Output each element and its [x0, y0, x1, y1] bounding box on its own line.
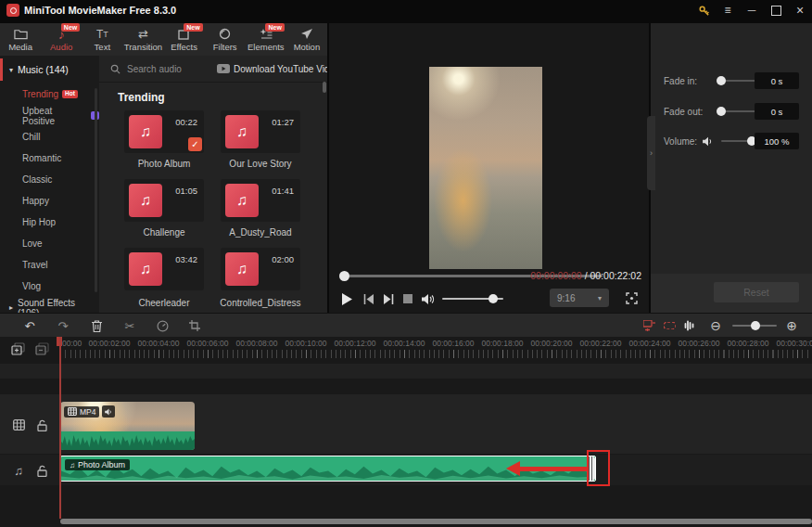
tab-text[interactable]: TT Text: [82, 23, 122, 56]
stop-button[interactable]: [400, 291, 415, 306]
tab-effects[interactable]: New Effects: [164, 23, 205, 56]
audio-new-badge: New: [61, 23, 80, 32]
audio-track-icon: ♫: [11, 463, 26, 478]
zoom-out-button[interactable]: ⊖: [706, 316, 725, 335]
split-scissors-button[interactable]: ✂: [121, 316, 139, 335]
volume-value: 100 %: [755, 133, 799, 149]
sidebar-item-chill[interactable]: Chill: [0, 126, 99, 148]
music-note-icon: ♫: [70, 461, 75, 469]
audio-track-lock-icon[interactable]: [35, 463, 48, 478]
audio-waveform-toggle-icon[interactable]: [679, 316, 698, 335]
music-card-title: Our Love Story: [214, 159, 307, 169]
music-card-our-love-story[interactable]: ♫ 01:27: [221, 110, 300, 153]
timeline-zoom-slider[interactable]: [732, 325, 777, 327]
player-volume-slider[interactable]: [442, 298, 503, 300]
search-input[interactable]: [125, 63, 217, 75]
sidebar-group-sound-effects[interactable]: ▸ Sound Effects (106): [0, 297, 99, 313]
collapse-chevron-icon: ▾: [9, 66, 13, 74]
music-category-sidebar: ▾ Music (144) Trending Hot Upbeat Positi…: [0, 56, 99, 313]
zoom-in-button[interactable]: ⊕: [782, 316, 801, 335]
tab-transition[interactable]: ⇄ Transition: [122, 23, 163, 56]
minimize-button[interactable]: ─: [740, 0, 764, 20]
redo-button[interactable]: ↷: [54, 316, 72, 335]
music-card-title: A_Dusty_Road: [214, 227, 307, 238]
playhead-line[interactable]: [59, 337, 61, 519]
fade-in-slider[interactable]: [717, 80, 758, 82]
sidebar-item-upbeat-positive[interactable]: Upbeat Positive: [0, 105, 99, 126]
music-card-photo-album[interactable]: ♫ 00:22 ✓: [124, 110, 204, 153]
ruler-ticks: [60, 350, 812, 358]
play-button[interactable]: [338, 290, 355, 307]
video-clip[interactable]: MP4: [60, 402, 195, 450]
maximize-button[interactable]: [764, 0, 788, 20]
time-total: / 00:00:22:02: [585, 270, 641, 281]
panel-collapse-handle[interactable]: ›: [647, 116, 655, 190]
timeline-zoom-thumb[interactable]: [751, 321, 760, 330]
window-title: MiniTool MovieMaker Free 8.3.0: [24, 5, 176, 16]
fade-out-thumb[interactable]: [717, 107, 726, 116]
sidebar-item-vlog[interactable]: Vlog: [0, 276, 99, 297]
reset-button[interactable]: Reset: [714, 282, 799, 302]
volume-speaker-icon[interactable]: [703, 136, 714, 147]
close-button[interactable]: ×: [788, 0, 812, 20]
download-youtube-button[interactable]: Download YouTube Videos: [217, 64, 327, 74]
music-card-title: Cheerleader: [118, 298, 210, 308]
music-card-title: Controlled_Distress: [214, 298, 307, 308]
tab-audio[interactable]: New ♪ Audio: [41, 23, 82, 56]
crop-button[interactable]: [185, 316, 204, 335]
sidebar-group-music[interactable]: ▾ Music (144): [0, 56, 99, 84]
music-card-a-dusty-road[interactable]: ♫ 01:41: [221, 179, 300, 222]
player-volume-thumb[interactable]: [488, 294, 498, 303]
app-logo-icon: [6, 4, 19, 17]
tab-media[interactable]: Media: [0, 23, 41, 56]
aspect-ratio-dropdown[interactable]: 9:16 ▾: [550, 289, 609, 307]
menu-icon[interactable]: ≡: [716, 0, 740, 20]
export-to-timeline-icon[interactable]: [640, 316, 658, 335]
library-scrollbar[interactable]: [323, 82, 326, 93]
music-card-cheerleader[interactable]: ♫ 03:42: [124, 248, 204, 290]
sidebar-item-trending[interactable]: Trending Hot: [0, 84, 99, 105]
remove-track-button[interactable]: [35, 342, 49, 355]
playback-progress-thumb[interactable]: [339, 271, 349, 281]
video-track-lock-icon[interactable]: [35, 418, 48, 432]
undo-button[interactable]: ↶: [20, 316, 39, 335]
previous-frame-button[interactable]: [361, 290, 377, 307]
chevron-down-icon: ▾: [598, 294, 602, 302]
effects-new-badge: New: [184, 23, 202, 32]
delete-button[interactable]: [87, 316, 106, 335]
overlay-track-lane[interactable]: [0, 364, 812, 379]
license-key-icon[interactable]: [691, 0, 716, 20]
volume-label: Volume:: [664, 136, 697, 147]
speed-button[interactable]: [153, 316, 171, 335]
timeline-horizontal-scrollbar[interactable]: [60, 519, 812, 524]
sidebar-item-happy[interactable]: Happy: [0, 190, 99, 212]
music-card-title: Photo Album: [118, 159, 210, 169]
tab-elements[interactable]: New Elements: [246, 23, 286, 56]
music-card-controlled-distress[interactable]: ♫ 02:00: [221, 248, 300, 290]
sidebar-item-classic[interactable]: Classic: [0, 169, 99, 190]
youtube-icon: [217, 64, 230, 73]
music-note-icon: ♫: [225, 115, 259, 148]
expand-chevron-icon: ▸: [9, 303, 13, 312]
tab-filters[interactable]: Filters: [205, 23, 246, 56]
tab-motion[interactable]: Motion: [286, 23, 327, 56]
fade-out-slider[interactable]: [717, 110, 758, 112]
sidebar-item-romantic[interactable]: Romantic: [0, 148, 99, 169]
sidebar-item-love[interactable]: Love: [0, 233, 99, 254]
add-track-button[interactable]: [11, 342, 25, 355]
time-display: 00:00:00:00 / 00:00:22:02: [530, 270, 641, 281]
music-volume-slider[interactable]: [721, 140, 758, 142]
sidebar-item-travel[interactable]: Travel: [0, 254, 99, 276]
record-indicator-icon[interactable]: [660, 316, 679, 335]
video-clip-audio-strip: [60, 431, 195, 450]
titlebar: MiniTool MovieMaker Free 8.3.0 ≡ ─ ×: [0, 0, 812, 20]
sidebar-item-hip-hop[interactable]: Hip Hop: [0, 212, 99, 233]
fade-in-value: 0 s: [755, 72, 799, 89]
music-card-challenge[interactable]: ♫ 01:05: [124, 179, 204, 222]
text-icon: TT: [96, 27, 108, 41]
fade-in-thumb[interactable]: [717, 76, 726, 85]
fullscreen-button[interactable]: [624, 290, 639, 305]
mute-icon[interactable]: [420, 290, 437, 307]
sidebar-scrollbar[interactable]: [95, 88, 97, 292]
next-frame-button[interactable]: [380, 290, 397, 307]
